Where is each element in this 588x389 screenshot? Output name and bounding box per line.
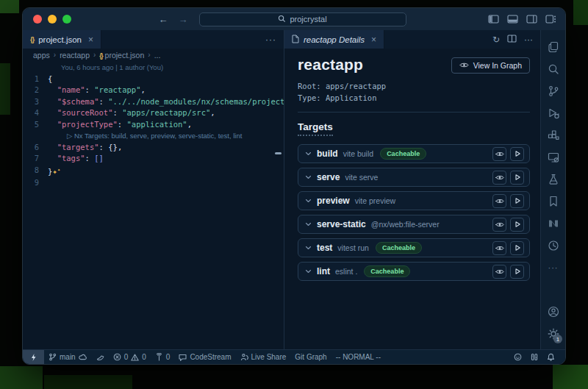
target-row-test[interactable]: testvitest runCacheable	[298, 238, 530, 257]
toggle-panel-icon[interactable]	[507, 15, 518, 24]
run-target-button[interactable]	[510, 171, 524, 185]
activity-remote-explorer-icon[interactable]	[541, 146, 565, 168]
tab-overflow-button[interactable]: ···	[258, 35, 284, 45]
chevron-down-icon[interactable]	[305, 150, 312, 157]
chevron-down-icon[interactable]	[305, 268, 312, 275]
chevron-down-icon[interactable]	[305, 244, 312, 251]
code-line-content: {	[48, 74, 52, 85]
status-live-share[interactable]: Live Share	[236, 350, 291, 364]
run-target-button[interactable]	[510, 218, 524, 232]
activity-testing-icon[interactable]	[541, 168, 565, 190]
zoom-window-button[interactable]	[62, 15, 71, 24]
token-str: "../../node_modules/nx/schemas/project-s	[108, 97, 284, 106]
customize-layout-icon[interactable]	[545, 15, 556, 24]
activity-extensions-icon[interactable]	[541, 124, 565, 146]
code-editor[interactable]: You, 6 hours ago | 1 author (You)1{2 "na…	[23, 61, 284, 349]
line-number: 7	[23, 153, 48, 165]
vscode-window: ← → projcrystal	[22, 7, 566, 365]
activity-nx-console-icon[interactable]	[541, 213, 565, 235]
status-ports[interactable]: 0	[151, 350, 175, 364]
chevron-down-icon[interactable]	[305, 174, 312, 181]
activity-explorer-icon[interactable]	[541, 36, 565, 58]
status-notifications[interactable]	[542, 350, 559, 364]
minimize-window-button[interactable]	[48, 15, 57, 24]
activity-settings-icon[interactable]: 1	[541, 323, 565, 345]
activity-bookmarks-icon[interactable]	[541, 190, 565, 213]
close-window-button[interactable]	[33, 15, 42, 24]
history-forward-button[interactable]: →	[179, 14, 188, 25]
close-tab-icon[interactable]: ×	[371, 35, 376, 45]
view-target-button[interactable]	[492, 147, 506, 161]
code-line: 4 "sourceRoot": "apps/reactapp/src",	[23, 107, 284, 119]
nx-targets-codelens[interactable]: ▷ Nx Targets: build, serve, preview, ser…	[23, 130, 284, 142]
token-pun: ,	[118, 143, 122, 151]
run-target-button[interactable]	[510, 241, 524, 255]
breadcrumb-item-project-json[interactable]: { } project.json	[99, 51, 144, 60]
target-row-lint[interactable]: linteslint .Cacheable	[298, 262, 530, 281]
tab-reactapp-details[interactable]: reactapp Details ×	[284, 30, 384, 49]
run-target-button[interactable]	[510, 194, 524, 208]
run-target-button[interactable]	[510, 147, 524, 161]
status-bird-ext[interactable]	[92, 350, 109, 364]
tab-project-json[interactable]: { } project.json ×	[23, 30, 101, 49]
activity-run-debug-icon[interactable]	[541, 102, 565, 124]
activity-source-control-icon[interactable]	[541, 80, 565, 102]
activity-bar-bottom: 1	[541, 301, 565, 345]
view-target-button[interactable]	[492, 194, 506, 208]
activity-more-icon[interactable]: ···	[541, 257, 565, 279]
target-actions	[492, 218, 524, 232]
targets-heading: Targets	[298, 121, 333, 136]
activity-history-icon[interactable]	[541, 235, 565, 257]
token-pun: :	[85, 154, 95, 163]
status-branch[interactable]: main	[44, 350, 92, 364]
view-target-button[interactable]	[492, 171, 506, 185]
chevron-down-icon[interactable]	[305, 197, 312, 204]
view-target-button[interactable]	[492, 241, 506, 255]
target-row-serve-static[interactable]: serve-static@nx/web:file-server	[298, 215, 530, 234]
activity-search-icon[interactable]	[541, 58, 565, 80]
history-back-button[interactable]: ←	[159, 14, 168, 25]
view-target-button[interactable]	[492, 218, 506, 232]
status-vim-mode[interactable]: -- NORMAL --	[331, 350, 385, 364]
status-formatter[interactable]	[526, 350, 542, 364]
view-in-graph-button[interactable]: View In Graph	[451, 57, 530, 74]
command-center-search[interactable]: projcrystal	[199, 13, 406, 26]
breadcrumb-item-reactapp[interactable]: reactapp	[60, 51, 90, 60]
close-tab-icon[interactable]: ×	[88, 35, 93, 45]
split-editor-icon[interactable]	[507, 35, 517, 45]
run-target-button[interactable]	[510, 265, 524, 279]
target-command: eslint .	[335, 267, 357, 276]
target-row-preview[interactable]: previewvite preview	[298, 191, 530, 210]
target-name: lint	[317, 266, 330, 276]
toggle-right-sidebar-icon[interactable]	[526, 15, 537, 24]
token-pun	[48, 120, 57, 129]
more-actions-icon[interactable]: ···	[524, 35, 533, 45]
target-row-build[interactable]: buildvite buildCacheable	[298, 144, 530, 163]
line-number: 8	[23, 165, 48, 178]
code-line: 6 "targets": {},	[23, 142, 284, 154]
status-label: CodeStream	[190, 353, 231, 361]
token-str: "apps/reactapp/src"	[122, 108, 210, 117]
status-remote[interactable]	[23, 350, 44, 364]
line-number: 6	[23, 142, 48, 154]
toggle-left-sidebar-icon[interactable]	[488, 15, 499, 24]
status-label: Git Graph	[295, 353, 326, 361]
chevron-down-icon[interactable]	[305, 221, 312, 228]
view-target-button[interactable]	[492, 265, 506, 279]
status-label: 0	[124, 353, 129, 361]
refresh-icon[interactable]: ↻	[492, 35, 500, 45]
editor-group-right: reactapp Details × ↻ ··· reactapp	[284, 30, 540, 349]
breadcrumb-item--[interactable]: ...	[154, 51, 161, 60]
status-problems[interactable]: 00	[109, 350, 151, 364]
breadcrumb-separator: ›	[54, 51, 56, 59]
target-row-serve[interactable]: servevite serve	[298, 168, 530, 187]
status-feedback[interactable]	[509, 350, 526, 364]
liveshare-icon	[240, 353, 248, 361]
code-line-content: "projectType": "application",	[48, 119, 192, 131]
token-pun: :	[118, 120, 127, 129]
breadcrumb-item-apps[interactable]: apps	[33, 51, 50, 60]
code-line: 1{	[23, 74, 284, 85]
status-git-graph[interactable]: Git Graph	[290, 350, 331, 364]
activity-account-icon[interactable]	[541, 301, 565, 323]
status-codestream[interactable]: CodeStream	[174, 350, 235, 364]
